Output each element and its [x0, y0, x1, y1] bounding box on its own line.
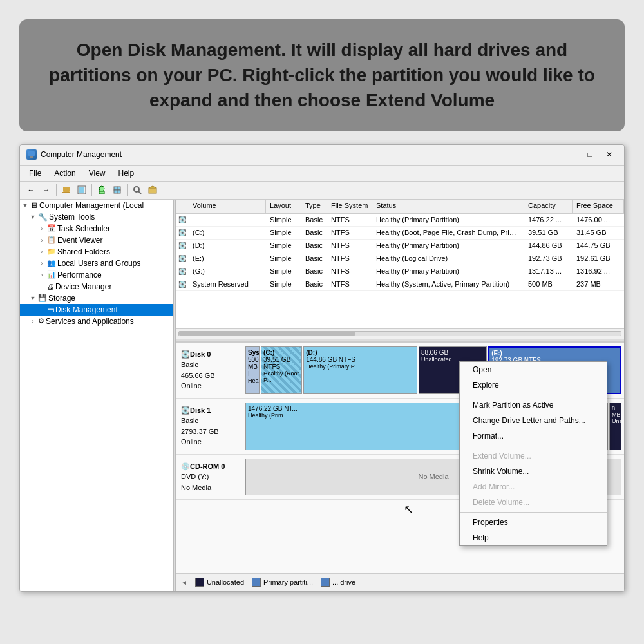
table-row[interactable]: 💽 (C:) Simple Basic NTFS Healthy (Boot, …: [176, 227, 624, 240]
svg-point-12: [134, 187, 139, 192]
toolbar-btn-4[interactable]: [110, 183, 124, 197]
sidebar-item-services[interactable]: › ⚙ Services and Applications: [20, 316, 173, 327]
sidebar-item-local-users[interactable]: › 👥 Local Users and Groups: [20, 258, 173, 269]
toolbar-btn-6[interactable]: [146, 183, 160, 197]
row-icon: 💽: [176, 268, 189, 275]
sidebar-label-performance: Performance: [57, 270, 102, 279]
part-name: (C:): [263, 349, 299, 356]
vol-capacity: 39.51 GB: [524, 228, 573, 237]
row-icon: 💽: [176, 216, 189, 223]
col-fs[interactable]: File System: [327, 200, 372, 213]
sidebar-label-device-manager: Device Manager: [55, 282, 111, 291]
col-volume[interactable]: Volume: [189, 200, 266, 213]
ctx-mark-active[interactable]: Mark Partition as Active: [460, 397, 607, 413]
sidebar-item-storage[interactable]: ▼ 💾 Storage: [20, 292, 173, 304]
expand-arrow-users[interactable]: ›: [38, 260, 46, 267]
toolbar-sep-3: [127, 184, 128, 196]
part-name: System: [248, 349, 257, 356]
partition-unalloc-1[interactable]: 8 MB Unall: [609, 402, 621, 450]
expand-arrow-system[interactable]: ▼: [29, 214, 37, 220]
ctx-format[interactable]: Format...: [460, 428, 607, 444]
menu-help[interactable]: Help: [113, 167, 140, 180]
page-background: Open Disk Management. It will display al…: [0, 19, 644, 644]
ctx-explore[interactable]: Explore: [460, 377, 607, 393]
partition-d[interactable]: (D:) 144.86 GB NTFS Healthy (Primary P..…: [303, 346, 417, 394]
partition-g[interactable]: 1476.22 GB NT... Healthy (Prim...: [245, 402, 461, 450]
ctx-change-letter[interactable]: Change Drive Letter and Paths...: [460, 413, 607, 428]
sidebar-arrow-left[interactable]: ◄: [181, 579, 187, 586]
sidebar-label-task-scheduler: Task Scheduler: [57, 224, 110, 233]
svg-rect-10: [114, 190, 117, 193]
part-name: (D:): [306, 349, 415, 356]
title-bar-left: Computer Management: [26, 149, 122, 160]
vol-status: Healthy (Logical Drive): [372, 254, 524, 263]
vol-type: Basic: [301, 228, 327, 237]
menu-view[interactable]: View: [84, 167, 111, 180]
expand-arrow-storage[interactable]: ▼: [29, 295, 37, 301]
ctx-shrink[interactable]: Shrink Volume...: [460, 464, 607, 479]
window-title: Computer Management: [41, 150, 122, 159]
ctx-delete: Delete Volume...: [460, 495, 607, 510]
table-row[interactable]: 💽 (D:) Simple Basic NTFS Healthy (Primar…: [176, 240, 624, 252]
sidebar-item-system-tools[interactable]: ▼ 🔧 System Tools: [20, 211, 173, 223]
col-capacity[interactable]: Capacity: [524, 200, 573, 213]
expand-arrow-task[interactable]: ›: [38, 225, 46, 232]
vol-type: Basic: [301, 254, 327, 263]
sidebar-label-disk-management: Disk Management: [55, 305, 118, 314]
sidebar-item-task-scheduler[interactable]: › 📅 Task Scheduler: [20, 223, 173, 234]
ctx-properties[interactable]: Properties: [460, 515, 607, 530]
vol-name: (G:): [189, 267, 266, 276]
minimize-button[interactable]: —: [562, 148, 579, 161]
partition-system[interactable]: System 500 MB I Healthy: [245, 346, 260, 394]
computer-management-window: Computer Management — □ ✕ File Action Vi…: [19, 144, 625, 592]
table-row[interactable]: 💽 (G:) Simple Basic NTFS Healthy (Primar…: [176, 265, 624, 278]
sidebar-item-performance[interactable]: › 📊 Performance: [20, 269, 173, 281]
horizontal-scrollbar[interactable]: [176, 328, 624, 339]
sidebar-item-shared-folders[interactable]: › 📁 Shared Folders: [20, 246, 173, 258]
expand-arrow-event[interactable]: ›: [38, 237, 46, 243]
vol-fs: NTFS: [327, 215, 372, 224]
up-button[interactable]: [59, 183, 73, 197]
toolbar-btn-2[interactable]: [75, 183, 89, 197]
sidebar-item-device-manager[interactable]: 🖨 Device Manager: [20, 281, 173, 292]
col-type[interactable]: Type: [301, 200, 327, 213]
expand-arrow-root[interactable]: ▼: [21, 202, 29, 209]
forward-button[interactable]: →: [39, 183, 53, 197]
services-icon: ⚙: [38, 317, 44, 325]
event-viewer-icon: 📋: [47, 236, 56, 244]
menu-file[interactable]: File: [24, 167, 46, 180]
back-button[interactable]: ←: [24, 183, 38, 197]
sidebar-item-computer-mgmt[interactable]: ▼ 🖥 Computer Management (Local: [20, 200, 173, 211]
ctx-open[interactable]: Open: [460, 362, 607, 377]
table-row[interactable]: 💽 Simple Basic NTFS Healthy (Primary Par…: [176, 214, 624, 227]
app-icon: [26, 149, 37, 160]
close-button[interactable]: ✕: [601, 148, 618, 161]
system-tools-icon: 🔧: [38, 213, 48, 222]
sidebar-item-event-viewer[interactable]: › 📋 Event Viewer: [20, 234, 173, 246]
col-free[interactable]: Free Space: [573, 200, 624, 213]
toolbar-btn-3[interactable]: [95, 183, 109, 197]
menu-action[interactable]: Action: [49, 167, 80, 180]
expand-arrow-services[interactable]: ›: [29, 318, 37, 325]
svg-rect-2: [63, 187, 70, 192]
partition-c[interactable]: (C:) 39.51 GB NTFS Healthy (Root P...: [261, 346, 302, 394]
svg-line-13: [138, 191, 141, 194]
svg-rect-14: [149, 188, 156, 193]
table-row[interactable]: 💽 System Reserved Simple Basic NTFS Heal…: [176, 278, 624, 291]
cdrom-type: DVD (Y:): [181, 471, 240, 482]
col-layout[interactable]: Layout: [266, 200, 301, 213]
toolbar-btn-5[interactable]: [130, 183, 144, 197]
ctx-help[interactable]: Help: [460, 530, 607, 545]
sidebar-item-disk-management[interactable]: 🗃 Disk Management: [20, 304, 173, 316]
expand-arrow-perf[interactable]: ›: [38, 272, 46, 278]
col-status[interactable]: Status: [372, 200, 524, 213]
legend-swatch-unalloc: [195, 578, 204, 587]
disk-0-size: 465.66 GB: [181, 370, 240, 381]
vol-free: 31.45 GB: [573, 228, 624, 237]
vol-fs: NTFS: [327, 279, 372, 289]
table-row[interactable]: 💽 (E:) Simple Basic NTFS Healthy (Logica…: [176, 252, 624, 265]
vol-layout: Simple: [266, 228, 301, 237]
disk-0-icon: 💽: [181, 350, 190, 358]
maximize-button[interactable]: □: [582, 148, 598, 161]
expand-arrow-shared[interactable]: ›: [38, 249, 46, 255]
